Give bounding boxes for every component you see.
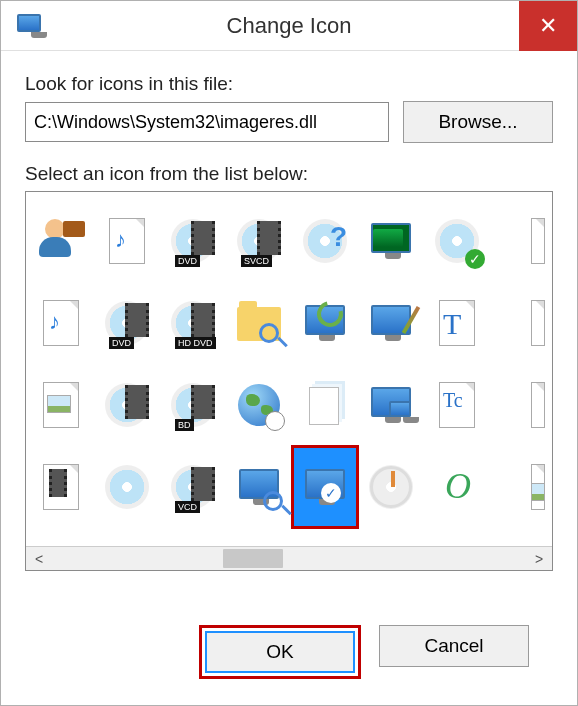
list-label: Select an icon from the list below: <box>25 163 553 185</box>
video-disc-icon[interactable] <box>96 366 158 444</box>
music-file-icon[interactable]: ♪ <box>96 202 158 280</box>
horizontal-scrollbar[interactable]: < > <box>26 546 552 570</box>
dialog-body: Look for icons in this file: Browse... S… <box>1 51 577 705</box>
close-button[interactable]: ✕ <box>519 1 577 51</box>
dvd-video-disc-icon[interactable]: DVD <box>162 202 224 280</box>
refresh-monitor-icon[interactable] <box>294 284 356 362</box>
dvd-video-disc-alt-icon[interactable]: DVD <box>96 284 158 362</box>
disc-help-icon[interactable]: ? <box>294 202 356 280</box>
user-briefcase-icon[interactable] <box>30 202 92 280</box>
image-file-icon[interactable] <box>30 366 92 444</box>
titlebar: Change Icon ✕ <box>1 1 577 51</box>
gauge-disc-icon[interactable] <box>360 448 422 526</box>
documents-stack-icon[interactable] <box>294 366 356 444</box>
icon-path-input[interactable] <box>25 102 389 142</box>
monitor-search-icon[interactable] <box>228 448 290 526</box>
disc-plain-icon[interactable] <box>96 448 158 526</box>
system-monitor-activity-icon[interactable] <box>360 202 422 280</box>
opera-icon[interactable]: O <box>426 448 488 526</box>
scroll-track[interactable] <box>52 547 526 570</box>
truetype-font-file-icon[interactable]: T <box>426 284 488 362</box>
close-icon: ✕ <box>539 13 557 39</box>
cancel-button[interactable]: Cancel <box>379 625 529 667</box>
bd-video-disc-icon[interactable]: BD <box>162 366 224 444</box>
icon-list: ♪DVDSVCD?✓♪DVDHD DVDTBDTcVCD✓O < > <box>25 191 553 571</box>
edge-blank-2-icon[interactable] <box>492 284 552 362</box>
hddvd-video-disc-icon[interactable]: HD DVD <box>162 284 224 362</box>
display-personalize-icon[interactable] <box>360 284 422 362</box>
path-label: Look for icons in this file: <box>25 73 553 95</box>
disc-check-icon[interactable]: ✓ <box>426 202 488 280</box>
change-icon-dialog: Change Icon ✕ Look for icons in this fil… <box>0 0 578 706</box>
font-collection-icon[interactable]: Tc <box>426 366 488 444</box>
scroll-thumb[interactable] <box>223 549 283 568</box>
ok-button[interactable]: OK <box>205 631 355 673</box>
ok-highlight: OK <box>199 625 361 679</box>
vcd-video-disc-icon[interactable]: VCD <box>162 448 224 526</box>
audio-file-icon[interactable]: ♪ <box>30 284 92 362</box>
edge-blank-icon[interactable] <box>492 202 552 280</box>
globe-time-icon[interactable] <box>228 366 290 444</box>
icon-grid: ♪DVDSVCD?✓♪DVDHD DVDTBDTcVCD✓O <box>26 192 552 546</box>
scroll-right-arrow-icon[interactable]: > <box>526 547 552 570</box>
dialog-footer: OK Cancel <box>25 625 553 705</box>
dialog-title: Change Icon <box>1 13 577 39</box>
titlebar-app-icon <box>15 10 47 42</box>
windows-experience-monitor-icon[interactable]: ✓ <box>294 448 356 526</box>
video-file-icon[interactable] <box>30 448 92 526</box>
svcd-video-disc-icon[interactable]: SVCD <box>228 202 290 280</box>
edge-picture-icon[interactable] <box>492 448 552 526</box>
scroll-left-arrow-icon[interactable]: < <box>26 547 52 570</box>
display-resolution-icon[interactable] <box>360 366 422 444</box>
folder-inspect-icon[interactable] <box>228 284 290 362</box>
edge-info-icon[interactable] <box>492 366 552 444</box>
browse-button[interactable]: Browse... <box>403 101 553 143</box>
